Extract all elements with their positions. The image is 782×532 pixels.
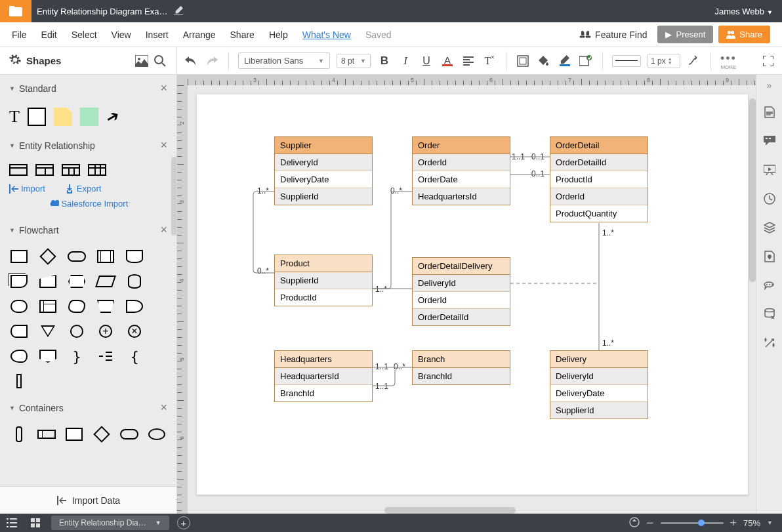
- gear-icon[interactable]: [9, 54, 21, 68]
- entity-field[interactable]: BranchId: [413, 368, 510, 384]
- zoom-level[interactable]: 75%: [743, 518, 760, 528]
- category-flowchart[interactable]: ▼Flowchart×: [0, 216, 176, 243]
- note-shape[interactable]: [54, 108, 72, 126]
- container-5[interactable]: [119, 426, 139, 442]
- fc-or[interactable]: +: [96, 323, 115, 339]
- fc-merge[interactable]: [38, 323, 58, 339]
- present-button[interactable]: ▶ Present: [657, 26, 713, 43]
- entity-orderdetail[interactable]: OrderDetailOrderDetailIdProductIdOrderId…: [550, 136, 648, 222]
- entity-product[interactable]: ProductSupplierIdProductId: [274, 255, 373, 306]
- fc-card[interactable]: [9, 373, 29, 389]
- entity-field[interactable]: ProductId: [550, 171, 648, 188]
- entity-header[interactable]: OrderDetailDelivery: [413, 258, 510, 275]
- presentation-icon[interactable]: [762, 163, 777, 177]
- category-containers[interactable]: ▼Containers×: [0, 394, 176, 421]
- data-icon[interactable]: [762, 307, 777, 321]
- entity-field[interactable]: HeadquartersId: [275, 368, 372, 385]
- sidebar-scrollbar[interactable]: [171, 157, 176, 235]
- font-selector[interactable]: Liberation Sans▼: [238, 52, 330, 69]
- entity-field[interactable]: OrderDetailId: [550, 154, 648, 171]
- menu-edit[interactable]: Edit: [41, 30, 57, 40]
- category-standard[interactable]: ▼Standard×: [0, 75, 176, 102]
- entity-header[interactable]: Headquarters: [275, 351, 372, 368]
- border-color-button[interactable]: [558, 54, 572, 68]
- line-width-input[interactable]: 1 px▲▼: [648, 54, 680, 68]
- fc-preparation[interactable]: [67, 274, 87, 289]
- document-title[interactable]: Entity Relationship Diagram Exa…: [37, 7, 167, 16]
- er-export-button[interactable]: Export: [65, 184, 102, 194]
- arrow-shape[interactable]: ➔: [102, 106, 123, 128]
- fc-document[interactable]: [125, 249, 144, 264]
- fc-manual-op[interactable]: [96, 298, 115, 314]
- entity-header[interactable]: Order: [413, 137, 510, 154]
- italic-button[interactable]: I: [398, 54, 413, 68]
- category-er[interactable]: ▼Entity Relationship×: [0, 132, 176, 159]
- entity-field[interactable]: HeadquartersId: [413, 188, 510, 205]
- chat-icon[interactable]: [762, 278, 777, 293]
- fc-process[interactable]: [9, 249, 29, 264]
- fc-internal-storage[interactable]: [38, 298, 58, 314]
- edit-title-icon[interactable]: [174, 6, 183, 17]
- menu-whats-new[interactable]: What's New: [302, 30, 351, 40]
- entity-field[interactable]: DeliveryDate: [275, 171, 372, 188]
- autozoom-icon[interactable]: [629, 517, 640, 529]
- entity-header[interactable]: Branch: [413, 351, 510, 368]
- fc-delay[interactable]: [125, 298, 144, 314]
- magic-icon[interactable]: [762, 336, 777, 350]
- menu-insert[interactable]: Insert: [146, 30, 169, 40]
- bold-button[interactable]: B: [377, 54, 392, 68]
- menu-view[interactable]: View: [112, 30, 131, 40]
- menu-select[interactable]: Select: [72, 30, 97, 40]
- fc-direct-data[interactable]: [9, 298, 29, 314]
- redo-button[interactable]: [205, 54, 219, 68]
- rect-shape[interactable]: [28, 108, 46, 126]
- entity-field[interactable]: DeliveryId: [413, 275, 510, 292]
- fc-database[interactable]: [125, 274, 144, 289]
- fc-predefined[interactable]: [96, 249, 115, 264]
- canvas-area[interactable]: 345678910 234567 SupplierDeliveryIdDeliv…: [177, 75, 756, 514]
- share-button[interactable]: Share: [718, 26, 770, 43]
- fc-brace-open[interactable]: {: [125, 348, 144, 364]
- more-button[interactable]: ••• MORE: [720, 52, 737, 70]
- image-icon[interactable]: [134, 54, 149, 68]
- close-icon[interactable]: ×: [160, 223, 167, 237]
- folder-icon[interactable]: [0, 0, 31, 22]
- entity-field[interactable]: OrderDetailId: [413, 309, 510, 325]
- fc-offpage[interactable]: [38, 348, 58, 364]
- menu-help[interactable]: Help: [269, 30, 288, 40]
- salesforce-import-button[interactable]: Salesforce Import: [0, 199, 176, 216]
- menu-arrange[interactable]: Arrange: [183, 30, 216, 40]
- collapse-dock-icon[interactable]: »: [767, 80, 772, 91]
- entity-field[interactable]: OrderId: [413, 292, 510, 309]
- er-entity-shape[interactable]: [9, 164, 28, 176]
- add-page-button[interactable]: +: [177, 516, 190, 529]
- entity-header[interactable]: OrderDetail: [550, 137, 648, 154]
- zoom-out-button[interactable]: −: [646, 516, 654, 531]
- entity-field[interactable]: DeliveryDate: [550, 385, 648, 402]
- text-shape[interactable]: T: [9, 107, 20, 127]
- entity-field[interactable]: SupplierId: [275, 272, 372, 289]
- user-menu[interactable]: James Webb▼: [714, 7, 782, 16]
- fc-connector[interactable]: [67, 323, 87, 339]
- font-size-selector[interactable]: 8 pt▼: [337, 54, 371, 68]
- entity-field[interactable]: ProductId: [275, 289, 372, 306]
- entity-header[interactable]: Supplier: [275, 137, 372, 154]
- container-1[interactable]: [9, 426, 29, 442]
- er-entity-shape-4[interactable]: [88, 164, 106, 176]
- doc-icon[interactable]: [762, 105, 777, 119]
- grid-view-icon[interactable]: [24, 518, 47, 527]
- container-6[interactable]: [147, 426, 167, 442]
- er-entity-shape-2[interactable]: [35, 164, 54, 176]
- align-button[interactable]: [461, 54, 476, 68]
- fc-stored-data[interactable]: [9, 323, 29, 339]
- outline-view-icon[interactable]: [0, 518, 24, 527]
- fc-sum[interactable]: ×: [125, 323, 144, 339]
- entity-hq[interactable]: HeadquartersHeadquartersIdBranchId: [274, 350, 373, 402]
- entity-field[interactable]: OrderDate: [413, 171, 510, 188]
- fc-manual-input[interactable]: [38, 274, 58, 289]
- zoom-in-button[interactable]: +: [730, 516, 737, 530]
- entity-branch[interactable]: BranchBranchId: [412, 350, 510, 385]
- page-tab[interactable]: Entity Relationship Dia…▼: [51, 516, 169, 530]
- er-import-button[interactable]: Import: [9, 184, 45, 194]
- entity-header[interactable]: Delivery: [550, 351, 648, 368]
